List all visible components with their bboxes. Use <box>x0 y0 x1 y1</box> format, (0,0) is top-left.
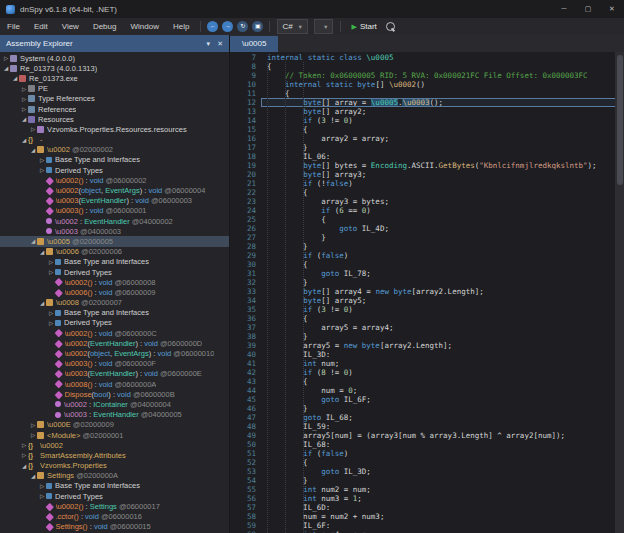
code-line[interactable]: IL_6D: <box>261 503 624 512</box>
code-line[interactable]: } <box>261 404 624 413</box>
collapse-arrow-icon[interactable]: ◢ <box>29 473 37 479</box>
line-number[interactable]: 7 <box>230 53 256 62</box>
tree-item[interactable]: \u0002 : EventHandler @04000002 <box>0 216 229 226</box>
tree-item[interactable]: \u0002() : Settings @06000017 <box>0 501 229 511</box>
scrollbar-thumb[interactable] <box>617 55 623 185</box>
line-number[interactable]: 10 <box>230 80 256 89</box>
code-line[interactable]: IL_6F: <box>261 521 624 530</box>
code-line[interactable]: // Token: 0x06000005 RID: 5 RVA: 0x00002… <box>261 71 624 80</box>
line-number[interactable]: 55 <box>230 485 256 494</box>
tab-u0005[interactable]: \u0005 <box>230 36 278 52</box>
expand-arrow-icon[interactable]: ▷ <box>20 86 28 92</box>
tree-item[interactable]: .cctor() : void @06000016 <box>0 511 229 521</box>
line-number[interactable]: 50 <box>230 440 256 449</box>
collapse-arrow-icon[interactable]: ◢ <box>20 137 28 143</box>
code-line[interactable]: array2 = array; <box>261 134 624 143</box>
tree-item[interactable]: ▷Derived Types <box>0 165 229 175</box>
tree-item[interactable]: \u0003(EventHandler) : void @0600000E <box>0 369 229 379</box>
menu-debug[interactable]: Debug <box>86 22 124 31</box>
tree-item[interactable]: Settings() : void @06000015 <box>0 522 229 532</box>
tree-item[interactable]: ▷PE <box>0 84 229 94</box>
tree-item[interactable]: \u0002(object, EventArgs) : void @060000… <box>0 348 229 358</box>
reload-icon[interactable]: ↻ <box>237 21 248 32</box>
code-line[interactable]: { <box>261 458 624 467</box>
line-number[interactable]: 39 <box>230 341 256 350</box>
line-number[interactable]: 53 <box>230 467 256 476</box>
tree-item[interactable]: ◢Resources <box>0 114 229 124</box>
line-number[interactable]: 41 <box>230 359 256 368</box>
tree-item[interactable]: ◢{}Vzvomks.Properties <box>0 461 229 471</box>
line-number[interactable]: 59 <box>230 521 256 530</box>
code-line-current[interactable]: byte[] array = \u0005.\u0003(); <box>261 98 624 107</box>
code-line[interactable]: { <box>261 125 624 134</box>
secondary-select[interactable]: ▼ <box>314 19 332 34</box>
code-line[interactable]: if (false) <box>261 251 624 260</box>
menu-file[interactable]: File <box>0 22 27 31</box>
code-line[interactable]: array5[num] = (array3[num % array3.Lengt… <box>261 431 624 440</box>
menu-view[interactable]: View <box>55 22 86 31</box>
tree-item[interactable]: \u0002 : IContainer @04000004 <box>0 399 229 409</box>
tree-item[interactable]: ▷{}SmartAssembly.Attributes <box>0 450 229 460</box>
tree-item[interactable]: \u0002(EventHandler) : void @0600000D <box>0 338 229 348</box>
line-number[interactable]: 43 <box>230 377 256 386</box>
expand-arrow-icon[interactable]: ▷ <box>29 432 37 438</box>
line-number[interactable]: 24 <box>230 206 256 215</box>
menu-window[interactable]: Window <box>123 22 165 31</box>
line-number[interactable]: 46 <box>230 404 256 413</box>
line-number[interactable]: 23 <box>230 197 256 206</box>
tree-item[interactable]: ◢\u0005 @02000005 <box>0 236 229 246</box>
line-number[interactable]: 15 <box>230 125 256 134</box>
tree-item[interactable]: ◢Re_01373.exe <box>0 73 229 83</box>
menu-help[interactable]: Help <box>166 22 196 31</box>
code-line[interactable]: { <box>261 314 624 323</box>
expand-arrow-icon[interactable]: ▷ <box>38 167 46 173</box>
tree-item[interactable]: \u0002() : void @0600000C <box>0 328 229 338</box>
tree-item[interactable]: ▷Base Type and Interfaces <box>0 257 229 267</box>
collapse-arrow-icon[interactable]: ◢ <box>29 147 37 153</box>
line-number[interactable]: 30 <box>230 260 256 269</box>
expand-arrow-icon[interactable]: ▷ <box>20 452 28 458</box>
line-number[interactable]: 42 <box>230 368 256 377</box>
close-icon[interactable]: ✕ <box>217 40 223 48</box>
line-number[interactable]: 45 <box>230 395 256 404</box>
code-line[interactable]: byte[] array5; <box>261 296 624 305</box>
code-line[interactable]: byte[] bytes = Encoding.ASCII.GetBytes("… <box>261 161 624 170</box>
tree-item[interactable]: \u0003() : void @06000001 <box>0 206 229 216</box>
line-number[interactable]: 52 <box>230 458 256 467</box>
tree-item[interactable]: ▷References <box>0 104 229 114</box>
tree-item[interactable]: ▷Type References <box>0 94 229 104</box>
code-line[interactable]: array5 = new byte[array2.Length]; <box>261 341 624 350</box>
collapse-arrow-icon[interactable]: ◢ <box>29 238 37 244</box>
line-number[interactable]: 29 <box>230 251 256 260</box>
code-line[interactable]: { <box>261 62 624 71</box>
line-number[interactable]: 25 <box>230 215 256 224</box>
line-number[interactable]: 17 <box>230 143 256 152</box>
code-line[interactable]: if (3 != 0) <box>261 305 624 314</box>
line-number[interactable]: 14 <box>230 116 256 125</box>
line-number[interactable]: 32 <box>230 278 256 287</box>
tree-item[interactable]: ▷Base Type and Interfaces <box>0 155 229 165</box>
expand-arrow-icon[interactable]: ▷ <box>20 96 28 102</box>
code-line[interactable]: num = 0; <box>261 386 624 395</box>
editor-scrollbar[interactable] <box>615 52 624 533</box>
chevron-down-icon[interactable]: ▾ <box>207 40 211 48</box>
line-number[interactable]: 26 <box>230 224 256 233</box>
expand-arrow-icon[interactable]: ▷ <box>47 310 55 316</box>
code-view[interactable]: internal static class \u0005{ // Token: … <box>261 52 624 533</box>
code-line[interactable]: { <box>261 377 624 386</box>
line-number[interactable]: 16 <box>230 134 256 143</box>
code-line[interactable]: IL_3D: <box>261 350 624 359</box>
code-line[interactable]: IL_59: <box>261 422 624 431</box>
code-line[interactable]: } <box>261 476 624 485</box>
code-line[interactable]: } <box>261 332 624 341</box>
code-line[interactable]: } <box>261 233 624 242</box>
menu-edit[interactable]: Edit <box>27 22 55 31</box>
expand-arrow-icon[interactable]: ▷ <box>47 269 55 275</box>
code-line[interactable]: goto IL_4D; <box>261 224 624 233</box>
line-number[interactable]: 18 <box>230 152 256 161</box>
code-line[interactable]: int num2 = num; <box>261 485 624 494</box>
line-number[interactable]: 47 <box>230 413 256 422</box>
tree-item[interactable]: ▷System (4.0.0.0) <box>0 53 229 63</box>
code-line[interactable]: if (!false) <box>261 179 624 188</box>
maximize-button[interactable]: ▢ <box>576 0 600 18</box>
